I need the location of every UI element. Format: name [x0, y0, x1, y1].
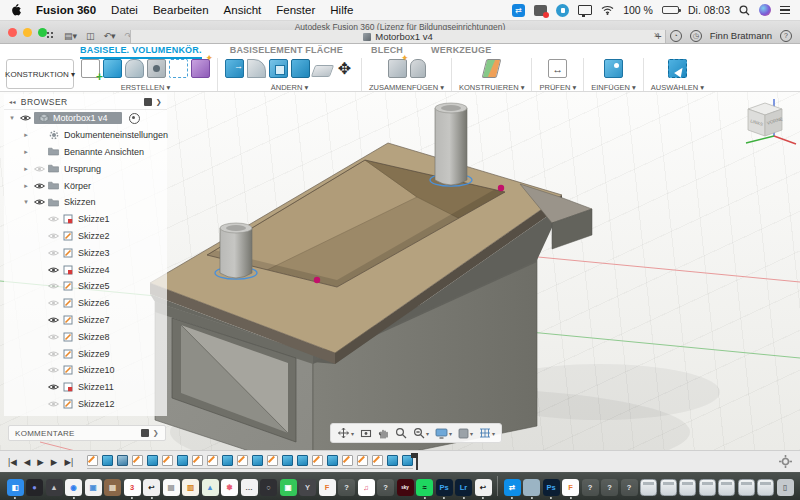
dock-maps-icon[interactable]: ▲	[202, 479, 219, 496]
pan-tool-icon[interactable]	[378, 427, 389, 439]
menu-clock[interactable]: Di. 08:03	[688, 4, 730, 16]
menu-item-hilfe[interactable]: Hilfe	[330, 4, 353, 16]
visibility-eye-icon[interactable]	[33, 165, 45, 173]
visibility-eye-icon[interactable]	[47, 249, 59, 257]
dock-minimized-window-1-icon[interactable]	[640, 479, 657, 496]
timeline-feature-extrude-5[interactable]	[147, 455, 158, 466]
select-icon[interactable]	[668, 59, 687, 78]
siri-icon[interactable]	[759, 4, 771, 16]
revolve-icon[interactable]	[125, 59, 144, 78]
expand-arrow-icon[interactable]: ▸	[22, 131, 30, 139]
comments-chevron-icon[interactable]: ❯	[153, 429, 159, 437]
expand-arrow-icon[interactable]: ▸	[22, 165, 30, 173]
timeline-control-4[interactable]: ▶|	[64, 457, 73, 467]
dock-facetime-icon[interactable]: ▣	[280, 479, 297, 496]
dock-screenshot-preview-icon[interactable]	[523, 479, 540, 496]
rectangular-pattern-icon[interactable]	[169, 59, 188, 78]
ribbon-group-label[interactable]: AUSWÄHLEN ▾	[651, 83, 704, 92]
timeline-feature-extrude-21[interactable]	[387, 455, 398, 466]
timeline-marker[interactable]	[416, 454, 418, 470]
expand-arrow-icon[interactable]: ▾	[8, 114, 16, 122]
visibility-eye-icon[interactable]	[47, 333, 59, 341]
display-menu-icon[interactable]	[578, 5, 592, 15]
dock-launchpad-icon[interactable]: ▲	[46, 479, 63, 496]
timeline-settings-gear-icon[interactable]	[779, 455, 792, 468]
fillet-icon[interactable]	[247, 59, 266, 78]
apple-menu-icon[interactable]	[10, 4, 22, 17]
dock-trash-icon[interactable]: ▯	[777, 479, 794, 496]
lock-menu-icon[interactable]	[556, 4, 569, 17]
browser-chevron-icon[interactable]: ❯	[156, 98, 162, 106]
save-icon[interactable]: ◫	[86, 31, 95, 41]
dock-minimized-window-4-icon[interactable]	[699, 479, 716, 496]
timeline-feature-sketch-4[interactable]	[132, 455, 143, 466]
document-tab[interactable]: Motorbox1 v4 ×	[130, 30, 666, 43]
wifi-icon[interactable]	[601, 5, 614, 15]
browser-root-item[interactable]: Motorbox1 v4	[34, 112, 122, 124]
minimize-window-button[interactable]	[23, 28, 32, 37]
browser-item-skizze10[interactable]: Skizze10	[4, 362, 167, 379]
zoom-tool-icon[interactable]	[395, 427, 407, 439]
dock-lightroom-icon[interactable]: Lr	[455, 479, 472, 496]
ribbon-group-label[interactable]: ERSTELLEN ▾	[121, 83, 171, 92]
timeline-feature-sketch-1[interactable]	[87, 455, 98, 466]
effects-tool-icon[interactable]: ▾	[458, 428, 473, 439]
dock-fusion-360-icon[interactable]: F	[319, 479, 336, 496]
measure-icon[interactable]: ↔	[548, 59, 567, 78]
timeline-feature-extrude-12[interactable]	[252, 455, 263, 466]
browser-item-benannte-ansichten[interactable]: ▸Benannte Ansichten	[4, 144, 167, 161]
timeline-feature-extrude-15[interactable]	[297, 455, 308, 466]
dock-itunes-icon[interactable]: ♫	[358, 479, 375, 496]
dock-photoshop-icon[interactable]: Ps	[436, 479, 453, 496]
dock-missing-app-3-icon[interactable]: ?	[582, 479, 599, 496]
combine-icon[interactable]	[291, 59, 310, 78]
visibility-eye-icon[interactable]	[47, 282, 59, 290]
new-component-icon[interactable]	[388, 59, 407, 78]
browser-display-icon[interactable]	[144, 98, 152, 106]
dock-missing-app-2-icon[interactable]: ?	[377, 479, 394, 496]
press-pull-icon[interactable]	[225, 59, 244, 78]
browser-item-k-rper[interactable]: ▸Körper	[4, 177, 167, 194]
visibility-eye-icon[interactable]	[47, 232, 59, 240]
browser-item-skizze6[interactable]: Skizze6	[4, 295, 167, 312]
teamviewer-menu-icon[interactable]: ⇄	[512, 4, 525, 17]
notification-center-icon[interactable]	[780, 6, 790, 15]
visibility-eye-icon[interactable]	[47, 350, 59, 358]
visibility-eye-icon[interactable]	[47, 316, 59, 324]
visibility-eye-icon[interactable]	[47, 383, 59, 391]
timeline-feature-sketch-11[interactable]	[237, 455, 248, 466]
dock-books-icon[interactable]: ▥	[182, 479, 199, 496]
dock-notes-icon[interactable]: ▤	[104, 479, 121, 496]
timeline-feature-sketch-19[interactable]	[357, 455, 368, 466]
file-menu-icon[interactable]: ▤▾	[64, 31, 77, 41]
visibility-eye-icon[interactable]	[47, 299, 59, 307]
timeline-control-0[interactable]: |◀	[8, 457, 17, 467]
dock-siri-icon[interactable]: ●	[26, 479, 43, 496]
timeline-feature-extrude-17[interactable]	[327, 455, 338, 466]
menu-item-fenster[interactable]: Fenster	[276, 4, 315, 16]
undo-icon[interactable]: ↶▾	[104, 31, 116, 41]
timeline-feature-sketch-20[interactable]	[372, 455, 383, 466]
browser-item-skizze2[interactable]: Skizze2	[4, 228, 167, 245]
dock-minimized-window-7-icon[interactable]	[757, 479, 774, 496]
browser-item-dokumenteneinstellungen[interactable]: ▸Dokumenteneinstellungen	[4, 127, 167, 144]
dock-dark-app-icon[interactable]: ○	[260, 479, 277, 496]
comments-bar[interactable]: KOMMENTARE ❯	[8, 425, 166, 441]
browser-item-skizze11[interactable]: Skizze11	[4, 379, 167, 396]
hole-icon[interactable]	[147, 59, 166, 78]
ribbon-group-label[interactable]: PRÜFEN ▾	[539, 83, 576, 92]
browser-item-skizze1[interactable]: Skizze1	[4, 211, 167, 228]
create-form-icon[interactable]	[191, 59, 210, 78]
ribbon-group-label[interactable]: ÄNDERN ▾	[271, 83, 309, 92]
visibility-eye-icon[interactable]	[33, 198, 45, 206]
insert-image-icon[interactable]	[604, 59, 623, 78]
dock-fusion-360-2-icon[interactable]: F	[562, 479, 579, 496]
visibility-eye-icon[interactable]	[19, 114, 31, 122]
move-icon[interactable]: ✥	[335, 59, 354, 78]
browser-item-ursprung[interactable]: ▸Ursprung	[4, 160, 167, 177]
display-settings-tool-icon[interactable]: ▾	[435, 428, 452, 439]
dock-finder-icon[interactable]: ◧	[7, 479, 24, 496]
timeline-feature-extrude-14[interactable]	[282, 455, 293, 466]
expand-arrow-icon[interactable]: ▸	[22, 148, 30, 156]
look-at-tool-icon[interactable]	[360, 428, 372, 439]
